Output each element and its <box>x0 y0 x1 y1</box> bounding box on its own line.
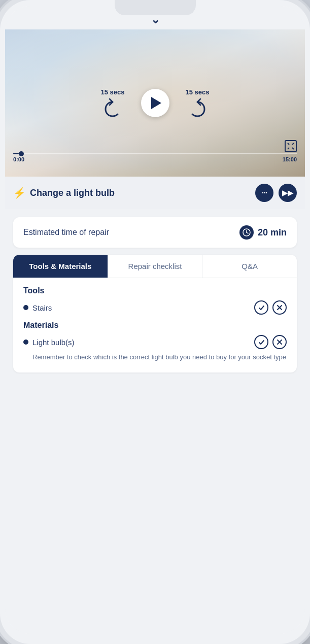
tab-qa[interactable]: Q&A <box>202 255 297 278</box>
forward-label: 15 secs <box>186 88 210 96</box>
rewind-icon <box>102 98 123 118</box>
progress-bar-section: 0:00 15:00 <box>13 153 297 162</box>
tools-heading: Tools <box>23 286 287 295</box>
checkmark-icon <box>258 304 265 311</box>
material-check-button[interactable] <box>254 335 268 349</box>
tool-x-button[interactable] <box>272 300 287 315</box>
estimate-value: 20 min <box>239 225 287 240</box>
tab-tools-materials[interactable]: Tools & Materials <box>13 255 108 278</box>
clock-icon <box>239 225 254 240</box>
time-labels: 0:00 15:00 <box>13 156 297 162</box>
video-center-controls: 15 secs 15 secs <box>101 88 210 118</box>
title-left: ⚡ Change a light bulb <box>13 187 115 199</box>
x-icon <box>277 339 283 345</box>
rewind-label: 15 secs <box>101 88 125 96</box>
bullet-icon <box>23 305 28 310</box>
tab-checklist-label: Repair checklist <box>128 262 182 270</box>
materials-heading: Materials <box>23 321 287 330</box>
material-item-left: Light bulb(s) <box>23 338 75 347</box>
video-player: 15 secs 15 secs <box>5 29 305 177</box>
svg-line-1 <box>292 143 294 145</box>
material-name-lightbulb: Light bulb(s) <box>32 338 75 347</box>
fullscreen-icon <box>287 143 294 150</box>
phone-screen: ⌄ 15 secs <box>5 6 305 634</box>
title-actions: ··· ▶▶ <box>255 184 297 202</box>
svg-line-6 <box>247 232 248 233</box>
phone-notch <box>115 0 196 15</box>
forward-icon <box>187 98 208 118</box>
time-start: 0:00 <box>13 156 24 162</box>
tab-content-tools: Tools Stairs <box>13 278 297 372</box>
x-icon <box>277 304 283 311</box>
tab-tools-label: Tools & Materials <box>29 262 91 270</box>
more-dots-icon: ··· <box>262 188 267 197</box>
tabs-card: Tools & Materials Repair checklist Q&A T… <box>13 255 297 372</box>
more-options-button[interactable]: ··· <box>255 184 273 202</box>
content-area: Estimated time of repair 20 min <box>5 209 305 634</box>
clock-svg <box>243 228 251 236</box>
forward-button[interactable]: 15 secs <box>186 88 210 118</box>
tool-name-stairs: Stairs <box>32 303 52 312</box>
svg-line-3 <box>292 148 294 149</box>
estimate-card: Estimated time of repair 20 min <box>13 217 297 248</box>
progress-fill <box>13 153 19 154</box>
tool-item-stairs: Stairs <box>23 300 287 315</box>
materials-section: Materials Light bulb(s) <box>23 321 287 362</box>
phone-frame: ⌄ 15 secs <box>0 0 310 644</box>
tool-item-actions <box>254 300 287 315</box>
estimate-time: 20 min <box>258 227 287 238</box>
material-item-actions <box>254 335 287 349</box>
title-bar: ⚡ Change a light bulb ··· ▶▶ <box>5 177 305 209</box>
material-item-lightbulb: Light bulb(s) <box>23 335 287 349</box>
material-note: Remember to check which is the correct l… <box>32 352 287 362</box>
material-x-button[interactable] <box>272 335 287 349</box>
svg-line-2 <box>288 148 289 149</box>
play-button[interactable] <box>141 89 169 117</box>
progress-track[interactable] <box>13 153 297 154</box>
fullscreen-button[interactable] <box>285 140 297 152</box>
bullet-icon <box>23 340 28 345</box>
rewind-button[interactable]: 15 secs <box>101 88 125 118</box>
play-icon <box>151 97 161 109</box>
tabs-row: Tools & Materials Repair checklist Q&A <box>13 255 297 278</box>
tab-repair-checklist[interactable]: Repair checklist <box>108 255 203 278</box>
tab-qa-label: Q&A <box>242 262 258 270</box>
next-icon: ▶▶ <box>282 189 293 197</box>
progress-thumb <box>19 151 24 156</box>
checkmark-icon <box>258 339 265 346</box>
bolt-icon: ⚡ <box>13 187 26 199</box>
tool-check-button[interactable] <box>254 300 268 315</box>
video-title: Change a light bulb <box>30 188 115 198</box>
svg-line-0 <box>288 143 289 145</box>
time-end: 15:00 <box>283 156 297 162</box>
next-video-button[interactable]: ▶▶ <box>279 184 297 202</box>
tool-item-left: Stairs <box>23 303 52 312</box>
estimate-label: Estimated time of repair <box>23 228 109 237</box>
